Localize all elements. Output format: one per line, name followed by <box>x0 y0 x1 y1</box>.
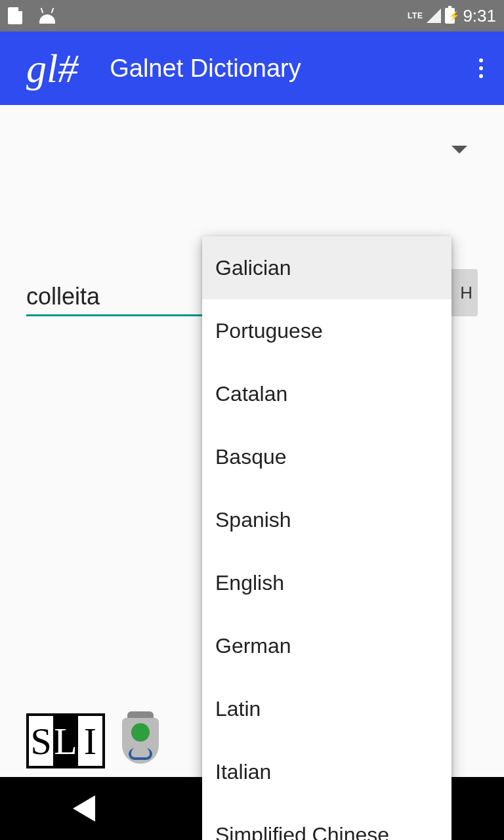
app-bar: gl# Galnet Dictionary <box>0 32 504 105</box>
language-option[interactable]: Latin <box>202 677 452 740</box>
app-title: Galnet Dictionary <box>110 54 301 83</box>
language-option[interactable]: Italian <box>202 740 452 803</box>
language-option[interactable]: Spanish <box>202 488 452 551</box>
overflow-menu-icon[interactable] <box>469 48 494 89</box>
language-option[interactable]: Catalan <box>202 362 452 425</box>
sli-logo-icon: S L I <box>26 713 105 768</box>
spinner-caret-icon[interactable] <box>452 146 467 154</box>
status-left-icons <box>8 7 56 24</box>
crest-logo-icon <box>122 711 159 770</box>
language-option[interactable]: Galician <box>202 236 452 299</box>
status-clock: 9:31 <box>463 6 496 26</box>
status-right-icons: LTE ⚡ 9:31 <box>408 6 496 26</box>
sd-card-icon <box>8 7 22 24</box>
android-debug-icon <box>38 8 56 24</box>
nav-back-icon[interactable] <box>73 795 95 822</box>
content-area: H S L I GalicianPortugueseCatalanBasqueS… <box>0 105 504 777</box>
language-option[interactable]: English <box>202 551 452 614</box>
app-logo: gl# <box>10 48 83 89</box>
language-option[interactable]: German <box>202 614 452 677</box>
lte-icon: LTE <box>408 11 423 20</box>
language-dropdown[interactable]: GalicianPortugueseCatalanBasqueSpanishEn… <box>202 236 452 840</box>
battery-charging-icon: ⚡ <box>445 8 455 24</box>
language-option[interactable]: Portuguese <box>202 299 452 362</box>
cell-signal-icon <box>427 9 441 23</box>
language-option[interactable]: Basque <box>202 425 452 488</box>
status-bar: LTE ⚡ 9:31 <box>0 0 504 32</box>
language-option[interactable]: Simplified Chinese <box>202 803 452 840</box>
footer-logos: S L I <box>26 711 159 770</box>
